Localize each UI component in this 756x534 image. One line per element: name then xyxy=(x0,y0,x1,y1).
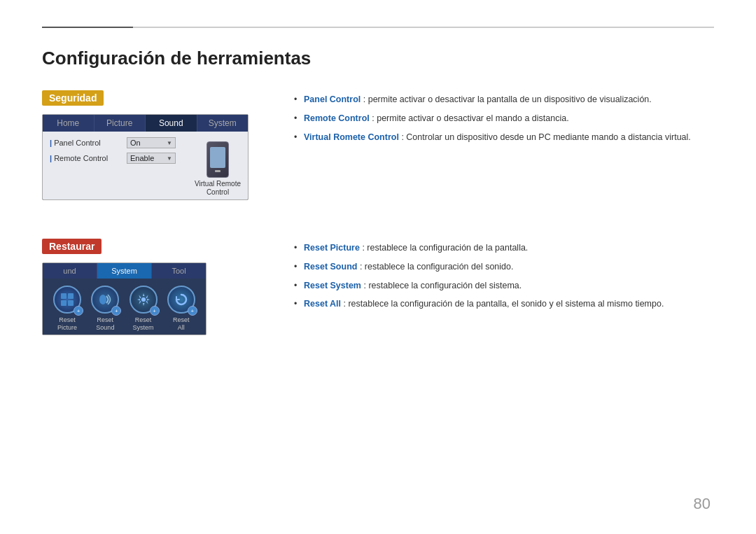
restaurar-ui-mockup: und System Tool xyxy=(42,262,206,335)
bullet-panel-control: Panel Control : permite activar o desact… xyxy=(294,90,714,109)
virtual-remote-label: Virtual RemoteControl xyxy=(195,180,241,197)
restaurar-left: Restaurar und System Tool xyxy=(42,239,266,335)
bullet-reset-all: Reset All : restablece la configuración … xyxy=(294,295,714,314)
panel-control-label: Panel Control xyxy=(50,139,127,147)
remote-control-select[interactable]: Enable ▼ xyxy=(127,153,176,164)
desc-panel-control: : permite activar o desactivar la pantal… xyxy=(363,94,652,104)
bullet-reset-picture: Reset Picture : restablece la configurac… xyxy=(294,239,714,258)
reset-system-label: ResetSystem xyxy=(133,316,154,332)
remote-control-arrow: ▼ xyxy=(167,155,172,162)
svg-rect-3 xyxy=(68,300,74,306)
svg-rect-2 xyxy=(61,300,66,306)
reset-all-badge: + xyxy=(188,306,197,316)
reset-sound-wrapper: + xyxy=(91,286,119,314)
tab-home: Home xyxy=(43,115,94,132)
svg-rect-1 xyxy=(68,293,74,299)
remote-control-label: Remote Control xyxy=(50,154,127,162)
term-reset-sound: Reset Sound xyxy=(304,262,357,272)
all-svg xyxy=(174,292,189,307)
term-reset-picture: Reset Picture xyxy=(304,243,360,253)
seguridad-left: Seguridad Home Picture Sound System Pane… xyxy=(42,90,266,200)
panel-control-value: On xyxy=(130,139,141,147)
phone-button xyxy=(215,170,220,172)
svg-rect-0 xyxy=(61,293,66,299)
reset-sound-label: ResetSound xyxy=(96,316,114,332)
restaurar-section: Restaurar und System Tool xyxy=(42,239,714,335)
desc-remote-control: : permite activar o desactivar el mando … xyxy=(372,113,568,123)
reset-all-label: ResetAll xyxy=(173,316,190,332)
system-svg xyxy=(136,292,151,307)
bullet-reset-sound: Reset Sound : restablece la configuració… xyxy=(294,258,714,276)
rtab-system: System xyxy=(97,263,152,279)
restaurar-bullets: Reset Picture : restablece la configurac… xyxy=(294,239,714,314)
seguridad-ui-mockup: Home Picture Sound System Panel Control … xyxy=(42,114,248,200)
desc-reset-system: : restablece la configuración del sistem… xyxy=(363,281,522,290)
svg-point-4 xyxy=(99,295,106,304)
tab-system: System xyxy=(197,115,248,132)
rtab-und: und xyxy=(43,263,97,279)
tab-picture: Picture xyxy=(94,115,146,132)
restaurar-two-col: Restaurar und System Tool xyxy=(42,239,714,335)
tab-sound: Sound xyxy=(146,115,197,132)
reset-system-wrapper: + xyxy=(130,286,158,314)
rtab-tool: Tool xyxy=(152,263,206,279)
desc-reset-picture: : restablece la configuración de la pant… xyxy=(362,243,528,253)
reset-picture-item: + ResetPicture xyxy=(53,286,81,332)
desc-reset-sound: : restablece la configuración del sonido… xyxy=(360,262,514,272)
term-virtual-romete: Virtual Romete Control xyxy=(304,132,399,142)
panel-control-row: Panel Control On ▼ xyxy=(50,137,189,148)
reset-picture-wrapper: + xyxy=(53,286,81,314)
phone-screen xyxy=(210,147,225,168)
phone-icon xyxy=(206,141,229,178)
svg-point-5 xyxy=(141,297,146,302)
term-reset-system: Reset System xyxy=(304,281,361,290)
panel-control-select[interactable]: On ▼ xyxy=(127,137,176,148)
page-title: Configuración de herramientas xyxy=(42,48,714,69)
desc-reset-all: : restablece la configuración de la pant… xyxy=(344,299,664,309)
seguridad-bullets: Panel Control : permite activar o desact… xyxy=(294,90,714,146)
term-panel-control: Panel Control xyxy=(304,94,360,104)
remote-control-row: Remote Control Enable ▼ xyxy=(50,153,189,164)
reset-picture-badge: + xyxy=(74,306,83,316)
restaurar-badge: Restaurar xyxy=(42,239,102,254)
reset-all-wrapper: + xyxy=(167,286,195,314)
bullet-remote-control: Remote Control : permite activar o desac… xyxy=(294,109,714,128)
restaurar-right: Reset Picture : restablece la configurac… xyxy=(294,239,714,335)
seguridad-section: Seguridad Home Picture Sound System Pane… xyxy=(42,90,714,200)
reset-picture-label: ResetPicture xyxy=(57,316,77,332)
reset-system-badge: + xyxy=(150,306,160,316)
reset-sound-item: + ResetSound xyxy=(91,286,119,332)
restaurar-icons-row: + ResetPicture xyxy=(43,279,206,335)
term-remote-control: Remote Control xyxy=(304,113,370,123)
picture-svg xyxy=(59,292,75,307)
reset-system-item: + ResetSystem xyxy=(130,286,158,332)
page-number: 80 xyxy=(694,495,710,513)
reset-all-item: + ResetAll xyxy=(167,286,195,332)
bullet-reset-system: Reset System : restablece la configuraci… xyxy=(294,276,714,295)
seguridad-badge: Seguridad xyxy=(42,90,104,106)
seguridad-tabs: Home Picture Sound System xyxy=(43,115,248,132)
restaurar-tabs: und System Tool xyxy=(43,263,206,279)
reset-sound-badge: + xyxy=(111,306,121,316)
remote-control-value: Enable xyxy=(130,154,154,162)
term-reset-all: Reset All xyxy=(304,299,341,309)
panel-control-arrow: ▼ xyxy=(167,140,172,146)
sound-svg xyxy=(97,292,113,307)
desc-virtual-romete: : Controlar un dispositivo desde un PC m… xyxy=(401,132,690,142)
virtual-remote-section: Virtual RemoteControl xyxy=(195,141,241,197)
bullet-virtual-romete: Virtual Romete Control : Controlar un di… xyxy=(294,128,714,147)
seguridad-right: Panel Control : permite activar o desact… xyxy=(294,90,714,200)
